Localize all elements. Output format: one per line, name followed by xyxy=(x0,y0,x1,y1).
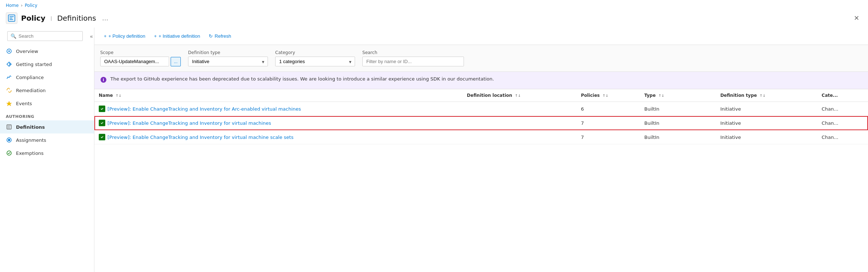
scope-input[interactable] xyxy=(100,57,169,66)
more-options-button[interactable]: … xyxy=(100,14,111,23)
page-title: Policy xyxy=(21,14,45,22)
policy-icon xyxy=(8,14,16,22)
row2-name-cell: [Preview]: Enable ChangeTracking and Inv… xyxy=(94,116,462,130)
row1-definition-location-cell xyxy=(462,102,576,116)
col-definition-type[interactable]: Definition type ↑↓ xyxy=(716,89,817,102)
sidebar-item-remediation[interactable]: Remediation xyxy=(0,84,94,97)
row2-name-link[interactable]: [Preview]: Enable ChangeTracking and Inv… xyxy=(99,120,458,126)
row3-name-text: [Preview]: Enable ChangeTracking and Inv… xyxy=(107,135,293,140)
breadcrumb-sep: › xyxy=(21,3,23,8)
svg-rect-2 xyxy=(9,18,12,18)
sidebar-item-exemptions[interactable]: Exemptions xyxy=(0,147,94,160)
sidebar-item-overview[interactable]: Overview xyxy=(0,45,94,58)
filters-bar: Scope ... Definition type Initiative xyxy=(94,45,868,72)
definition-type-label: Definition type xyxy=(188,50,268,55)
scope-label: Scope xyxy=(100,50,181,55)
row3-type: BuiltIn xyxy=(644,135,660,140)
initiative-definition-label: + Initiative definition xyxy=(159,33,200,39)
sidebar-search-input[interactable] xyxy=(19,33,80,39)
events-icon xyxy=(6,100,12,107)
initiative-definition-button[interactable]: + + Initiative definition xyxy=(150,31,204,41)
col-definition-location[interactable]: Definition location ↑↓ xyxy=(462,89,576,102)
sidebar-nav: Overview Getting started Compliance xyxy=(0,45,94,110)
page-icon xyxy=(6,12,17,24)
row2-policies: 7 xyxy=(581,120,584,126)
search-filter-input[interactable] xyxy=(362,57,464,66)
col-category-label: Cate... xyxy=(822,93,838,98)
sidebar-item-assignments[interactable]: Assignments xyxy=(0,133,94,147)
search-icon: 🔍 xyxy=(11,33,16,39)
row2-definition-type: Initiative xyxy=(720,120,741,126)
refresh-icon: ↻ xyxy=(209,33,213,39)
row3-name-link[interactable]: [Preview]: Enable ChangeTracking and Inv… xyxy=(99,134,458,140)
definition-type-select-wrap: Initiative xyxy=(188,57,268,66)
scope-filter: Scope ... xyxy=(100,50,181,66)
row2-type-cell: BuiltIn xyxy=(640,116,716,130)
sidebar-item-compliance[interactable]: Compliance xyxy=(0,71,94,84)
assignments-icon xyxy=(6,137,12,143)
row1-name-link[interactable]: [Preview]: Enable ChangeTracking and Inv… xyxy=(99,106,458,112)
svg-text:i: i xyxy=(103,78,104,82)
definition-type-filter: Definition type Initiative xyxy=(188,50,268,66)
row2-category: Chan... xyxy=(822,120,838,126)
row1-definition-type: Initiative xyxy=(720,106,741,112)
search-filter: Search xyxy=(362,50,464,66)
policy-definition-button[interactable]: + + Policy definition xyxy=(100,31,149,41)
definition-type-select[interactable]: Initiative xyxy=(188,57,268,66)
add-initiative-icon: + xyxy=(154,33,157,39)
svg-rect-1 xyxy=(9,16,14,17)
breadcrumb-home[interactable]: Home xyxy=(6,3,19,8)
row1-category: Chan... xyxy=(822,106,838,112)
col-type[interactable]: Type ↑↓ xyxy=(640,89,716,102)
breadcrumb: Home › Policy xyxy=(0,0,868,11)
col-definition-location-sort-icon: ↑↓ xyxy=(515,94,521,98)
sidebar-search-box[interactable]: 🔍 xyxy=(7,31,83,41)
scope-more-button[interactable]: ... xyxy=(171,57,181,66)
col-name[interactable]: Name ↑↓ xyxy=(94,89,462,102)
definitions-icon xyxy=(6,124,12,130)
col-definition-type-label: Definition type xyxy=(720,93,757,98)
scope-input-group: ... xyxy=(100,57,181,66)
sidebar-collapse-button[interactable]: « xyxy=(89,33,94,40)
info-banner: i The export to GitHub experience has be… xyxy=(94,72,868,89)
overview-icon xyxy=(6,48,12,54)
refresh-button[interactable]: ↻ Refresh xyxy=(205,31,235,41)
col-type-label: Type xyxy=(644,93,656,98)
col-policies[interactable]: Policies ↑↓ xyxy=(576,89,640,102)
sidebar-item-definitions-label: Definitions xyxy=(16,124,45,130)
sidebar-item-events[interactable]: Events xyxy=(0,97,94,110)
close-button[interactable]: ✕ xyxy=(851,13,862,24)
col-definition-type-sort-icon: ↑↓ xyxy=(759,94,766,98)
compliance-icon xyxy=(6,74,12,81)
sidebar-authoring-nav: Definitions Assignments Exemptions xyxy=(0,120,94,160)
sidebar-item-exemptions-label: Exemptions xyxy=(16,151,44,156)
row3-name-cell: [Preview]: Enable ChangeTracking and Inv… xyxy=(94,130,462,144)
sidebar: 🔍 « Overview Getting started xyxy=(0,28,94,272)
exemptions-icon xyxy=(6,150,12,156)
authoring-section-label: Authoring xyxy=(0,110,94,120)
category-label: Category xyxy=(275,50,355,55)
col-policies-label: Policies xyxy=(581,93,600,98)
row1-category-cell: Chan... xyxy=(817,102,868,116)
row1-name-text: [Preview]: Enable ChangeTracking and Inv… xyxy=(107,106,301,112)
row3-definition-location-cell xyxy=(462,130,576,144)
sidebar-item-compliance-label: Compliance xyxy=(16,75,44,80)
row3-policies: 7 xyxy=(581,135,584,140)
sidebar-item-getting-started[interactable]: Getting started xyxy=(0,58,94,71)
page-subtitle: Definitions xyxy=(57,14,96,22)
col-type-sort-icon: ↑↓ xyxy=(658,94,664,98)
row1-policies: 6 xyxy=(581,106,584,112)
sidebar-item-assignments-label: Assignments xyxy=(16,137,46,143)
row2-policies-cell: 7 xyxy=(576,116,640,130)
row1-definition-type-cell: Initiative xyxy=(716,102,817,116)
col-category[interactable]: Cate... xyxy=(817,89,868,102)
definitions-table-container: Name ↑↓ Definition location ↑↓ Policies … xyxy=(94,89,868,272)
category-select-wrap: 1 categories xyxy=(275,57,355,66)
svg-marker-6 xyxy=(7,101,12,106)
sidebar-item-definitions[interactable]: Definitions xyxy=(0,120,94,133)
category-select[interactable]: 1 categories xyxy=(275,57,355,66)
add-policy-icon: + xyxy=(104,33,107,39)
breadcrumb-policy[interactable]: Policy xyxy=(25,3,37,8)
row2-type: BuiltIn xyxy=(644,120,660,126)
col-policies-sort-icon: ↑↓ xyxy=(602,94,608,98)
